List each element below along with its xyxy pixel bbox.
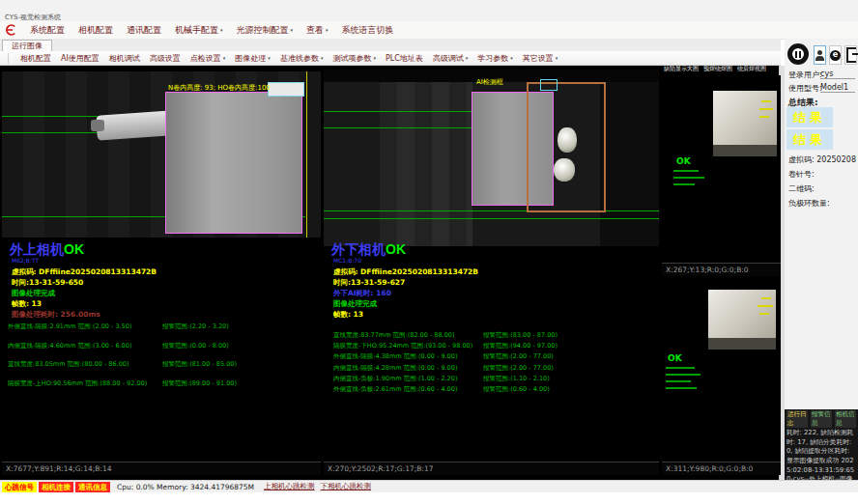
defect-thumb-1[interactable]: OK bbox=[662, 75, 781, 263]
chevron-down-icon: ▾ bbox=[510, 55, 513, 61]
chevron-down-icon: ▾ bbox=[321, 55, 324, 61]
left-camera-name: 外上相机 bbox=[10, 242, 64, 257]
log-tab-0[interactable]: 运行日志 bbox=[786, 410, 808, 428]
menu-item-0[interactable]: 系统配置 bbox=[23, 24, 72, 37]
field-value: 20250208 bbox=[816, 155, 856, 164]
status-badges: 心跳信号相机连接通讯信息 bbox=[2, 482, 110, 492]
alarm-range: 报警范围:(0.60 - 4.00) bbox=[483, 385, 550, 394]
log-tab-2[interactable]: 相机信息 bbox=[835, 410, 856, 428]
defect-thumb-2[interactable]: OK bbox=[662, 276, 781, 462]
menu-item-1[interactable]: 相机配置 bbox=[72, 24, 120, 37]
left-camera-subtitle: M62;B:TT bbox=[12, 257, 39, 264]
chevron-down-icon: ▾ bbox=[268, 55, 271, 61]
measurement-row: 内侧直线-负极:1.90mm 范围:(1.00 - 2.20)报警范围:(1.1… bbox=[333, 375, 657, 385]
robot-arm-image bbox=[96, 110, 173, 140]
measurement-value: 内侧直线-负极:1.90mm 范围:(1.00 - 2.20) bbox=[333, 375, 457, 383]
left-camera-view[interactable]: N卷内高度: 93; HO卷内高度:100 bbox=[2, 71, 321, 238]
toolbar-item-0[interactable]: 相机配置 bbox=[15, 53, 56, 64]
measurement-row: 直线宽度:83.77mm 范围:(82.00 - 88.00)报警范围:(83.… bbox=[333, 331, 657, 342]
log-panel: 运行日志报警信息相机信息 耗时: 222, 缺陷检测耗时: 17, 缺陷分类耗时… bbox=[785, 409, 858, 480]
log-tab-1[interactable]: 报警信息 bbox=[811, 410, 832, 428]
toolbar-item-7[interactable]: 测试项参数▾ bbox=[328, 53, 381, 64]
chevron-down-icon: ▾ bbox=[373, 55, 376, 61]
baseline-line bbox=[324, 210, 659, 211]
toolbar-item-5[interactable]: 图像处理▾ bbox=[230, 53, 275, 64]
robot-arm-tip bbox=[91, 120, 104, 131]
menu-item-3[interactable]: 机械手配置▾ bbox=[168, 24, 230, 37]
alarm-range: 报警范围:(83.00 - 87.00) bbox=[483, 331, 558, 340]
status-badge-0: 心跳信号 bbox=[2, 482, 37, 492]
toolbar-grip bbox=[8, 53, 13, 64]
thumb-header-label-1: 预焊绕焊图 bbox=[703, 65, 732, 73]
browser-button[interactable]: e bbox=[829, 45, 842, 65]
login-user-value[interactable]: cys bbox=[820, 70, 855, 79]
menu-item-2[interactable]: 通讯配置 bbox=[120, 24, 168, 37]
toolbar-item-3[interactable]: 高级设置 bbox=[145, 53, 186, 64]
exit-door-icon bbox=[846, 47, 856, 63]
info-line: 帧数: 13 bbox=[333, 309, 478, 320]
menu-item-5[interactable]: 查看▾ bbox=[300, 24, 335, 37]
status-badge-1: 相机连接 bbox=[39, 482, 73, 492]
info-line: 图像处理耗时: 256.00ms bbox=[12, 309, 157, 320]
thumb1-text-line bbox=[673, 177, 704, 179]
thumb-header: 缺陷显示大图预焊绕焊图绕后焊视图 bbox=[664, 65, 780, 73]
alarm-range: 报警范围:(1.10 - 2.10) bbox=[483, 375, 550, 383]
exit-button[interactable] bbox=[844, 45, 857, 65]
field-label: 二维码: bbox=[788, 184, 815, 193]
status-link-1[interactable]: 下相机心跳检测 bbox=[321, 482, 372, 491]
alarm-range: 报警范围:(89.00 - 91.00) bbox=[162, 379, 237, 388]
toolbar-item-10[interactable]: 学习参数▾ bbox=[472, 53, 518, 64]
measurement-value: 隔膜宽度-下HO:95.24mm 范围:(93.00 - 98.00) bbox=[333, 342, 472, 350]
model-value[interactable]: Model1 bbox=[820, 83, 855, 93]
edge-marker-line bbox=[306, 71, 307, 238]
info-line: 图像处理完成 bbox=[12, 288, 157, 298]
alarm-range: 报警范围:(0.00 - 8.00) bbox=[162, 342, 229, 350]
thumb1-text-line bbox=[673, 170, 699, 172]
chevron-down-icon: ▾ bbox=[556, 55, 558, 61]
chevron-down-icon: ▾ bbox=[220, 27, 223, 33]
mid-info-block: 虚拟码: DFffiine2025020813313472B时间:13-31-5… bbox=[333, 266, 478, 320]
toolbar-item-6[interactable]: 基准线参数▾ bbox=[275, 53, 329, 64]
chevron-down-icon: ▾ bbox=[291, 27, 294, 33]
alarm-range: 报警范围:(2.00 - 77.00) bbox=[483, 364, 554, 373]
toolbar-item-2[interactable]: 相机调试 bbox=[104, 53, 145, 64]
mid-camera-view[interactable]: AI检测框 bbox=[324, 70, 659, 246]
measurement-value: 内侧直线-隔膜:4.60mm 范围:(3.00 - 6.00) bbox=[8, 342, 131, 350]
result-box-1: 结果 bbox=[786, 107, 833, 127]
field-label: 虚拟码: bbox=[788, 155, 816, 164]
sidebar-field-3: 负极环数量: bbox=[788, 198, 830, 209]
info-line: 外下AI耗时: 160 bbox=[333, 288, 478, 298]
toolbar-item-11[interactable]: 其它设置▾ bbox=[518, 53, 563, 64]
annotation-box bbox=[268, 82, 304, 97]
toolbar-item-9[interactable]: 高级调试▾ bbox=[428, 53, 473, 64]
user-login-button[interactable] bbox=[814, 45, 826, 65]
weld-highlight bbox=[554, 158, 575, 182]
measurement-value: 内侧直线-隔膜:4.28mm 范围:(0.00 - 9.00) bbox=[333, 364, 457, 373]
field-label: 负极环数量: bbox=[788, 199, 830, 208]
baseline-line bbox=[324, 218, 659, 219]
toolbar-item-4[interactable]: 点检设置▾ bbox=[186, 53, 231, 64]
sidebar-field-1: 卷针号: bbox=[788, 169, 815, 180]
menu-item-4[interactable]: 光源控制配置▾ bbox=[230, 24, 300, 37]
thumb2-text-line bbox=[666, 367, 695, 369]
alarm-range: 报警范围:(81.00 - 85.00) bbox=[162, 360, 237, 369]
thumb1-photo bbox=[713, 91, 777, 156]
toolbar-item-1[interactable]: AI使用配置 bbox=[56, 53, 104, 64]
measurement-value: 隔膜宽度-上HO:90.56mm 范围:(88.00 - 92.00) bbox=[8, 379, 147, 388]
measurement-value: 外侧直线-负极:2.61mm 范围:(0.60 - 4.00) bbox=[333, 385, 457, 394]
pause-button[interactable] bbox=[787, 43, 809, 65]
sidebar-field-0: 虚拟码: 20250208 bbox=[788, 154, 856, 165]
menu-item-6[interactable]: 系统语言切换 bbox=[335, 24, 401, 37]
status-link-0[interactable]: 上相机心跳检测 bbox=[264, 482, 315, 491]
left-info-block: 虚拟码: DFffiine2025020813313472B时间:13-31-5… bbox=[12, 266, 157, 320]
status-badge-2: 通讯信息 bbox=[75, 482, 110, 492]
user-icon bbox=[815, 50, 824, 61]
left-measurements: 外侧直线-隔膜:2.91mm 范围:(2.00 - 3.50)报警范围:(2.2… bbox=[8, 322, 319, 398]
chevron-down-icon: ▾ bbox=[326, 27, 329, 33]
left-camera-status: OK bbox=[64, 241, 84, 257]
menu-bar: 系统配置相机配置通讯配置机械手配置▾光源控制配置▾查看▾系统语言切换 bbox=[0, 21, 858, 40]
cpu-memory-readout: Cpu: 0.0% Memory: 3424.41796875M bbox=[117, 483, 254, 491]
alarm-range: 报警范围:(94.00 - 97.00) bbox=[483, 342, 558, 350]
measurement-row: 内侧直线-隔膜:4.28mm 范围:(0.00 - 9.00)报警范围:(2.0… bbox=[333, 364, 657, 375]
toolbar-item-8[interactable]: PLC地址表 bbox=[381, 53, 428, 64]
